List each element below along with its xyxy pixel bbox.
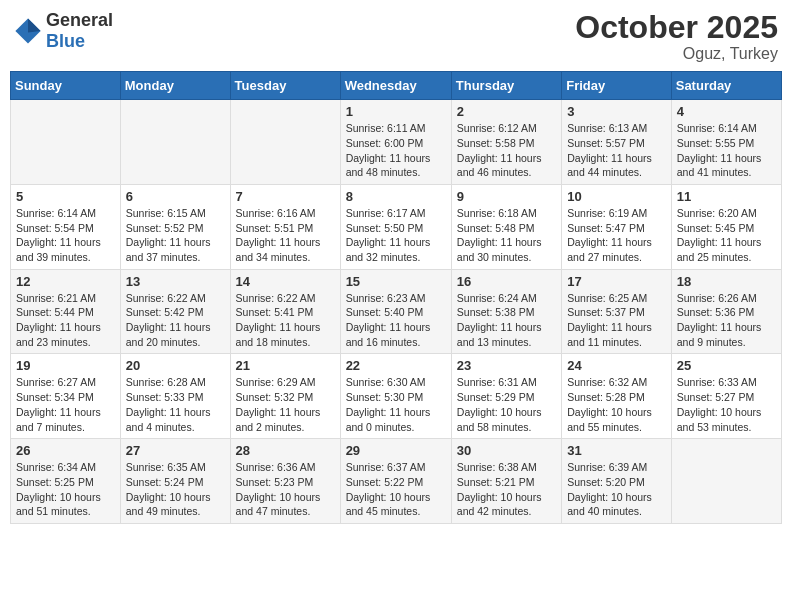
month-title: October 2025 Oguz, Turkey	[575, 10, 778, 63]
logo-blue: Blue	[46, 31, 85, 51]
day-info: Sunrise: 6:15 AM Sunset: 5:52 PM Dayligh…	[126, 206, 225, 265]
day-info: Sunrise: 6:36 AM Sunset: 5:23 PM Dayligh…	[236, 460, 335, 519]
day-info: Sunrise: 6:13 AM Sunset: 5:57 PM Dayligh…	[567, 121, 666, 180]
calendar-cell: 1Sunrise: 6:11 AM Sunset: 6:00 PM Daylig…	[340, 100, 451, 185]
logo-general: General	[46, 10, 113, 30]
day-info: Sunrise: 6:12 AM Sunset: 5:58 PM Dayligh…	[457, 121, 556, 180]
calendar-cell: 6Sunrise: 6:15 AM Sunset: 5:52 PM Daylig…	[120, 184, 230, 269]
calendar-cell: 2Sunrise: 6:12 AM Sunset: 5:58 PM Daylig…	[451, 100, 561, 185]
day-header-tuesday: Tuesday	[230, 72, 340, 100]
day-info: Sunrise: 6:25 AM Sunset: 5:37 PM Dayligh…	[567, 291, 666, 350]
location: Oguz, Turkey	[575, 45, 778, 63]
day-info: Sunrise: 6:30 AM Sunset: 5:30 PM Dayligh…	[346, 375, 446, 434]
day-info: Sunrise: 6:21 AM Sunset: 5:44 PM Dayligh…	[16, 291, 115, 350]
day-number: 19	[16, 358, 115, 373]
calendar-cell	[671, 439, 781, 524]
day-number: 11	[677, 189, 776, 204]
calendar-cell	[120, 100, 230, 185]
day-info: Sunrise: 6:35 AM Sunset: 5:24 PM Dayligh…	[126, 460, 225, 519]
day-number: 9	[457, 189, 556, 204]
day-info: Sunrise: 6:20 AM Sunset: 5:45 PM Dayligh…	[677, 206, 776, 265]
calendar-cell: 18Sunrise: 6:26 AM Sunset: 5:36 PM Dayli…	[671, 269, 781, 354]
month-year: October 2025	[575, 10, 778, 45]
day-info: Sunrise: 6:34 AM Sunset: 5:25 PM Dayligh…	[16, 460, 115, 519]
calendar-cell: 7Sunrise: 6:16 AM Sunset: 5:51 PM Daylig…	[230, 184, 340, 269]
day-header-sunday: Sunday	[11, 72, 121, 100]
calendar-cell: 29Sunrise: 6:37 AM Sunset: 5:22 PM Dayli…	[340, 439, 451, 524]
day-number: 6	[126, 189, 225, 204]
day-header-saturday: Saturday	[671, 72, 781, 100]
calendar-cell: 5Sunrise: 6:14 AM Sunset: 5:54 PM Daylig…	[11, 184, 121, 269]
calendar-cell: 11Sunrise: 6:20 AM Sunset: 5:45 PM Dayli…	[671, 184, 781, 269]
calendar-cell	[230, 100, 340, 185]
day-info: Sunrise: 6:23 AM Sunset: 5:40 PM Dayligh…	[346, 291, 446, 350]
day-number: 18	[677, 274, 776, 289]
day-number: 24	[567, 358, 666, 373]
calendar-cell: 16Sunrise: 6:24 AM Sunset: 5:38 PM Dayli…	[451, 269, 561, 354]
calendar-cell: 4Sunrise: 6:14 AM Sunset: 5:55 PM Daylig…	[671, 100, 781, 185]
calendar-cell: 24Sunrise: 6:32 AM Sunset: 5:28 PM Dayli…	[562, 354, 672, 439]
calendar-week-row: 5Sunrise: 6:14 AM Sunset: 5:54 PM Daylig…	[11, 184, 782, 269]
calendar-cell	[11, 100, 121, 185]
day-number: 21	[236, 358, 335, 373]
calendar-cell: 31Sunrise: 6:39 AM Sunset: 5:20 PM Dayli…	[562, 439, 672, 524]
calendar-cell: 8Sunrise: 6:17 AM Sunset: 5:50 PM Daylig…	[340, 184, 451, 269]
day-number: 7	[236, 189, 335, 204]
calendar-cell: 14Sunrise: 6:22 AM Sunset: 5:41 PM Dayli…	[230, 269, 340, 354]
calendar-cell: 30Sunrise: 6:38 AM Sunset: 5:21 PM Dayli…	[451, 439, 561, 524]
day-number: 13	[126, 274, 225, 289]
logo-text: General Blue	[46, 10, 113, 52]
calendar-cell: 9Sunrise: 6:18 AM Sunset: 5:48 PM Daylig…	[451, 184, 561, 269]
calendar-cell: 23Sunrise: 6:31 AM Sunset: 5:29 PM Dayli…	[451, 354, 561, 439]
day-number: 14	[236, 274, 335, 289]
day-header-friday: Friday	[562, 72, 672, 100]
day-info: Sunrise: 6:32 AM Sunset: 5:28 PM Dayligh…	[567, 375, 666, 434]
calendar-week-row: 1Sunrise: 6:11 AM Sunset: 6:00 PM Daylig…	[11, 100, 782, 185]
day-number: 10	[567, 189, 666, 204]
day-number: 23	[457, 358, 556, 373]
day-info: Sunrise: 6:22 AM Sunset: 5:41 PM Dayligh…	[236, 291, 335, 350]
day-info: Sunrise: 6:38 AM Sunset: 5:21 PM Dayligh…	[457, 460, 556, 519]
calendar-cell: 25Sunrise: 6:33 AM Sunset: 5:27 PM Dayli…	[671, 354, 781, 439]
day-info: Sunrise: 6:28 AM Sunset: 5:33 PM Dayligh…	[126, 375, 225, 434]
day-number: 16	[457, 274, 556, 289]
day-number: 3	[567, 104, 666, 119]
day-number: 17	[567, 274, 666, 289]
day-info: Sunrise: 6:29 AM Sunset: 5:32 PM Dayligh…	[236, 375, 335, 434]
day-header-wednesday: Wednesday	[340, 72, 451, 100]
day-info: Sunrise: 6:11 AM Sunset: 6:00 PM Dayligh…	[346, 121, 446, 180]
day-info: Sunrise: 6:19 AM Sunset: 5:47 PM Dayligh…	[567, 206, 666, 265]
calendar-cell: 19Sunrise: 6:27 AM Sunset: 5:34 PM Dayli…	[11, 354, 121, 439]
day-number: 15	[346, 274, 446, 289]
day-info: Sunrise: 6:18 AM Sunset: 5:48 PM Dayligh…	[457, 206, 556, 265]
calendar-cell: 26Sunrise: 6:34 AM Sunset: 5:25 PM Dayli…	[11, 439, 121, 524]
calendar-cell: 3Sunrise: 6:13 AM Sunset: 5:57 PM Daylig…	[562, 100, 672, 185]
day-info: Sunrise: 6:27 AM Sunset: 5:34 PM Dayligh…	[16, 375, 115, 434]
day-info: Sunrise: 6:16 AM Sunset: 5:51 PM Dayligh…	[236, 206, 335, 265]
day-number: 1	[346, 104, 446, 119]
day-info: Sunrise: 6:37 AM Sunset: 5:22 PM Dayligh…	[346, 460, 446, 519]
day-number: 25	[677, 358, 776, 373]
calendar-cell: 27Sunrise: 6:35 AM Sunset: 5:24 PM Dayli…	[120, 439, 230, 524]
day-header-monday: Monday	[120, 72, 230, 100]
day-number: 8	[346, 189, 446, 204]
day-info: Sunrise: 6:39 AM Sunset: 5:20 PM Dayligh…	[567, 460, 666, 519]
calendar-cell: 17Sunrise: 6:25 AM Sunset: 5:37 PM Dayli…	[562, 269, 672, 354]
calendar-cell: 20Sunrise: 6:28 AM Sunset: 5:33 PM Dayli…	[120, 354, 230, 439]
calendar-cell: 15Sunrise: 6:23 AM Sunset: 5:40 PM Dayli…	[340, 269, 451, 354]
day-number: 29	[346, 443, 446, 458]
calendar-cell: 10Sunrise: 6:19 AM Sunset: 5:47 PM Dayli…	[562, 184, 672, 269]
day-number: 20	[126, 358, 225, 373]
day-info: Sunrise: 6:33 AM Sunset: 5:27 PM Dayligh…	[677, 375, 776, 434]
calendar-week-row: 12Sunrise: 6:21 AM Sunset: 5:44 PM Dayli…	[11, 269, 782, 354]
day-number: 12	[16, 274, 115, 289]
day-info: Sunrise: 6:26 AM Sunset: 5:36 PM Dayligh…	[677, 291, 776, 350]
day-info: Sunrise: 6:24 AM Sunset: 5:38 PM Dayligh…	[457, 291, 556, 350]
logo-icon	[14, 17, 42, 45]
day-number: 31	[567, 443, 666, 458]
day-number: 26	[16, 443, 115, 458]
day-header-thursday: Thursday	[451, 72, 561, 100]
day-number: 4	[677, 104, 776, 119]
day-info: Sunrise: 6:22 AM Sunset: 5:42 PM Dayligh…	[126, 291, 225, 350]
day-number: 22	[346, 358, 446, 373]
